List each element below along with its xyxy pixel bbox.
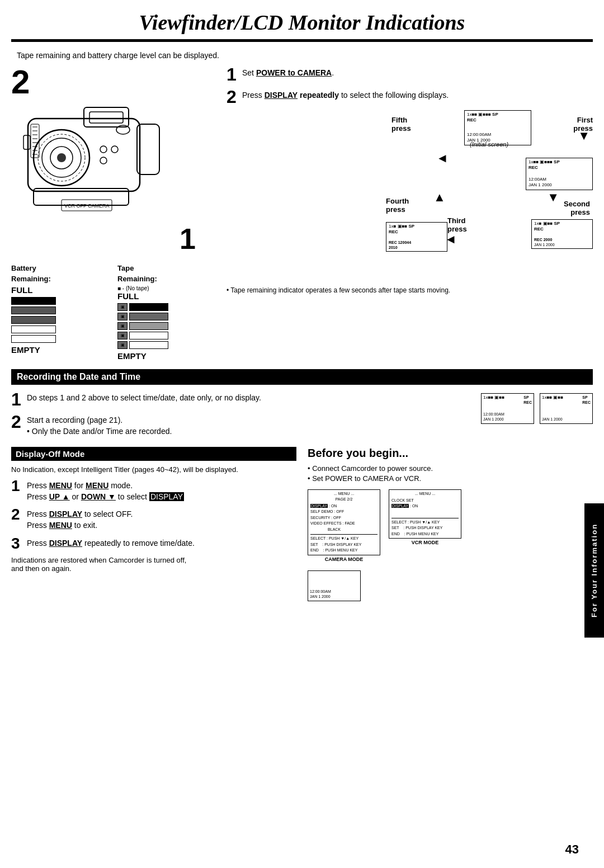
display-off-step-2-text: Press DISPLAY to select OFF. Press MENU … — [27, 507, 133, 531]
tape-bar-1 — [129, 303, 168, 311]
recording-section: Recording the Date and Time 1 Do steps 1… — [0, 369, 604, 441]
display-off-step-3-text: Press DISPLAY repeatedly to remove time/… — [27, 536, 195, 549]
tape-bars: ▣ ▣ ▣ ▣ ▣ — [117, 303, 218, 349]
step-2-block: 2 Press DISPLAY repeatedly to select the… — [226, 88, 593, 106]
svg-rect-5 — [84, 107, 129, 127]
before-begin-bullet1: • Connect Camcorder to power source. — [308, 464, 593, 473]
battery-bar-4 — [11, 326, 56, 333]
display-off-footer2: and then on again. — [11, 564, 296, 573]
step-number-1-camera: 1 — [180, 222, 196, 256]
display-off-header: Display-Off Mode — [11, 447, 296, 461]
before-begin-bullet2: • Set POWER to CAMERA or VCR. — [308, 474, 593, 483]
recording-screens: 1x■■ ▣■■ SPREC 12:00:00AMJAN 1 2000 1x■■… — [481, 393, 593, 424]
right-section: 1 Set POWER to CAMERA. 2 Press DISPLAY r… — [224, 65, 593, 361]
recording-content: 1 Do steps 1 and 2 above to select time/… — [11, 390, 593, 441]
svg-point-11 — [111, 146, 118, 153]
display-off-step-1-text: Press MENU for MENU mode. Press UP ▲ or … — [27, 478, 184, 502]
svg-point-10 — [100, 146, 107, 153]
down-key: DOWN ▼ — [81, 492, 116, 501]
svg-text:VCR  OFF  CAMERA: VCR OFF CAMERA — [64, 203, 110, 209]
svg-point-4 — [57, 153, 66, 162]
initial-screen-label: (Initial screen) — [470, 141, 508, 148]
display-key-3: DISPLAY — [49, 539, 82, 548]
display-off-step-2: 2 Press DISPLAY to select OFF. Press MEN… — [11, 507, 296, 531]
recording-step-2-text: Start a recording (page 21). • Only the … — [27, 413, 172, 437]
page-title: Viewfinder/LCD Monitor Indications — [0, 0, 604, 39]
tape-icon-5: ▣ — [117, 341, 128, 349]
camera-mode-label: CAMERA MODE — [308, 556, 380, 562]
arrow-second-press: ▼ — [547, 191, 559, 204]
tape-column: Tape Remaining: ■ - (No tape) FULL ▣ ▣ ▣ — [117, 264, 218, 361]
battery-label2: Remaining: — [11, 275, 112, 283]
before-begin-header: Before you begin... — [308, 447, 593, 460]
display-off-step-3-num: 3 — [11, 536, 22, 551]
display-off-step-1: 1 Press MENU for MENU mode. Press UP ▲ o… — [11, 478, 296, 502]
battery-bar-1 — [11, 297, 56, 305]
tape-empty-label: EMPTY — [117, 351, 218, 361]
left-section: 2 — [11, 65, 218, 361]
display-off-footer1: Indications are restored when Camcorder … — [11, 556, 296, 564]
tape-full-label: FULL — [117, 291, 218, 301]
display-off-step-1-num: 1 — [11, 478, 22, 494]
bottom-sections: Display-Off Mode No Indication, except I… — [0, 447, 604, 601]
battery-bar-2 — [11, 306, 56, 314]
arrow-first-press: ▼ — [578, 130, 590, 142]
arrow-fourth-press: ▲ — [433, 191, 446, 204]
fourth-press-label: Fourthpress — [386, 197, 409, 214]
menu-key-2: MENU — [49, 521, 72, 530]
tape-bar-5 — [129, 341, 168, 349]
battery-column: Battery Remaining: FULL EMPTY — [11, 264, 112, 355]
display-key-2: DISPLAY — [49, 510, 82, 518]
battery-bar-3 — [11, 316, 56, 324]
up-key: UP ▲ — [49, 492, 70, 501]
tape-bar-3 — [129, 322, 168, 330]
camera-mode-block: ... MENU ...PAGE 2/2 DISPLAY : ON SELF D… — [308, 489, 380, 562]
tape-note: • Tape remaining indicator operates a fe… — [226, 286, 593, 294]
intro-text: Tape remaining and battery charge level … — [0, 48, 604, 65]
side-tab: For Your Information — [584, 503, 604, 638]
vcr-mode-screen: ... MENU ... CLOCK SET DISPLAY : ON SELE… — [389, 489, 461, 539]
camera-diagram: VCR OFF CAMERA 1 — [11, 102, 207, 258]
display-off-section: Display-Off Mode No Indication, except I… — [11, 447, 296, 601]
tape-icon-3: ▣ — [117, 322, 128, 330]
last-mini-screen: 12:00:00AMJAN 1 2000 — [308, 570, 361, 601]
initial-screen: 1x■■ ▣■■■ SPREC 12:00:00AMJAN 1 2000 — [464, 110, 531, 145]
tape-icon-4: ▣ — [117, 332, 128, 339]
battery-bars — [11, 297, 112, 343]
tape-label2: Remaining: — [117, 275, 218, 283]
display-highlight: DISPLAY — [149, 492, 184, 501]
battery-full-label: FULL — [11, 285, 112, 295]
recording-screen-2: 1x■■ ▣■■ SPREC JAN 1 2000 — [540, 393, 593, 424]
second-press-text: Secondpress — [564, 200, 590, 216]
menu-mode-text: MENU — [86, 481, 108, 490]
tape-bar-2 — [129, 313, 168, 320]
no-tape-label: ■ - (No tape) — [117, 285, 218, 291]
battery-bar-5 — [11, 335, 56, 343]
battery-label1: Battery — [11, 264, 112, 272]
tape-icon-2: ▣ — [117, 313, 128, 320]
display-off-step-2-num: 2 — [11, 507, 22, 522]
third-press-label: Thirdpress — [447, 216, 467, 233]
sp-rec-2: SPREC — [582, 395, 591, 405]
third-press-screen: 1x■ ▣■■ SPREC REC 2000 JAN 1 2000 — [531, 219, 593, 249]
camera-mode-screen: ... MENU ...PAGE 2/2 DISPLAY : ON SELF D… — [308, 489, 380, 555]
arrow-fifth-press: ◄ — [436, 152, 449, 164]
menu-key-1: MENU — [49, 481, 72, 490]
step-1-block: 1 Set POWER to CAMERA. — [226, 65, 593, 83]
display-off-step-3: 3 Press DISPLAY repeatedly to remove tim… — [11, 536, 296, 551]
step-1-text: Set POWER to CAMERA. — [242, 65, 334, 79]
recording-step-2-num: 2 — [11, 413, 22, 431]
recording-step-1-num: 1 — [11, 390, 22, 408]
svg-rect-17 — [31, 124, 39, 158]
display-text: DISPLAY — [265, 91, 298, 100]
recording-step-2: 2 Start a recording (page 21). • Only th… — [11, 413, 470, 437]
menu-screens: ... MENU ...PAGE 2/2 DISPLAY : ON SELF D… — [308, 489, 593, 562]
vcr-mode-block: ... MENU ... CLOCK SET DISPLAY : ON SELE… — [389, 489, 461, 562]
battery-tape-section: Battery Remaining: FULL EMPTY Tape Remai… — [11, 264, 218, 361]
step-2-text: Press DISPLAY repeatedly to select the f… — [242, 88, 449, 101]
svg-rect-6 — [89, 112, 123, 123]
vcr-mode-label: VCR MODE — [389, 540, 461, 545]
recording-step-1: 1 Do steps 1 and 2 above to select time/… — [11, 390, 470, 408]
sp-rec-1: SPREC — [523, 395, 532, 405]
tape-label1: Tape — [117, 264, 218, 272]
